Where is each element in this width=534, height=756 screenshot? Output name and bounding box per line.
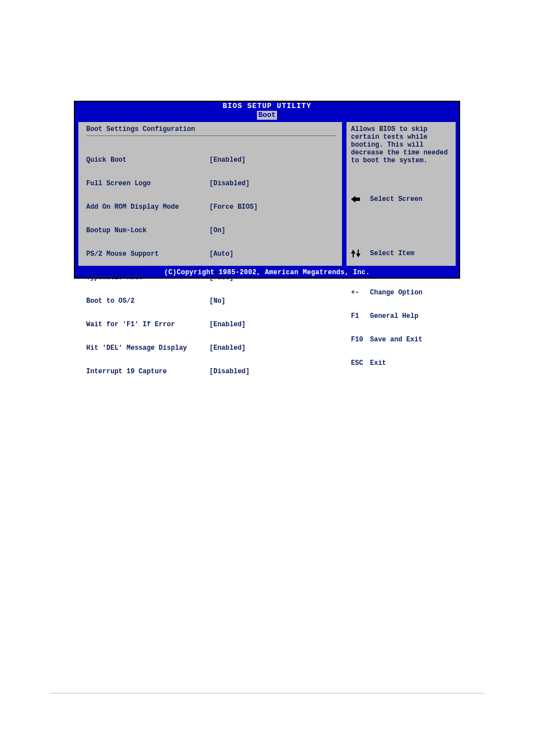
- legend-row: ESC Exit: [351, 359, 451, 367]
- setting-label: Quick Boot: [86, 156, 209, 164]
- setting-value[interactable]: [Disabled]: [209, 368, 336, 375]
- app-title: BIOS SETUP UTILITY: [75, 102, 459, 111]
- setting-label: Hit 'DEL' Message Display: [86, 344, 209, 352]
- setting-row[interactable]: Hit 'DEL' Message Display[Enabled]: [86, 344, 336, 352]
- setting-label: Wait for 'F1' If Error: [86, 321, 209, 328]
- setting-value[interactable]: [Enabled]: [209, 344, 336, 352]
- setting-value[interactable]: [Force BIOS]: [209, 203, 336, 211]
- legend-key: +-: [351, 289, 370, 297]
- divider: [86, 135, 336, 136]
- setting-label: Typematic Rate: [86, 274, 209, 281]
- bios-body: Boot Settings Configuration Quick Boot[E…: [74, 120, 460, 268]
- bios-window: BIOS SETUP UTILITY Boot Boot Settings Co…: [74, 101, 460, 279]
- setting-label: Boot to OS/2: [86, 297, 209, 305]
- setting-value[interactable]: [Auto]: [209, 250, 336, 258]
- key-legend: Select Screen Select Item: [351, 165, 451, 383]
- legend-row: +- Change Option: [351, 289, 451, 297]
- setting-label: Full Screen Logo: [86, 180, 209, 187]
- setting-row[interactable]: Full Screen Logo[Disabled]: [86, 180, 336, 187]
- legend-row: F10 Save and Exit: [351, 336, 451, 344]
- setting-value[interactable]: [Disabled]: [209, 180, 336, 187]
- setting-label: Add On ROM Display Mode: [86, 203, 209, 211]
- setting-value[interactable]: [Enabled]: [209, 321, 336, 328]
- legend-action: Change Option: [370, 289, 423, 297]
- legend-key: F1: [351, 312, 370, 320]
- setting-row[interactable]: Typematic Rate[Fast]: [86, 274, 336, 281]
- legend-action: Select Item: [370, 250, 414, 257]
- setting-row[interactable]: Boot to OS/2[No]: [86, 297, 336, 305]
- setting-row[interactable]: Quick Boot[Enabled]: [86, 156, 336, 164]
- legend-key: ESC: [351, 359, 370, 367]
- setting-value[interactable]: [Enabled]: [209, 156, 336, 164]
- arrows-updown-icon: [351, 234, 370, 273]
- legend-action: Exit: [370, 359, 386, 367]
- legend-action: Save and Exit: [370, 336, 423, 344]
- setting-label: Interrupt 19 Capture: [86, 368, 209, 375]
- setting-row[interactable]: Wait for 'F1' If Error[Enabled]: [86, 321, 336, 328]
- setting-label: PS/2 Mouse Support: [86, 250, 209, 258]
- setting-label: Bootup Num-Lock: [86, 227, 209, 234]
- settings-list: Quick Boot[Enabled] Full Screen Logo[Dis…: [86, 140, 336, 391]
- arrow-left-icon: [351, 180, 370, 218]
- setting-value[interactable]: [On]: [209, 227, 336, 234]
- svg-marker-1: [351, 250, 355, 257]
- legend-action: General Help: [370, 312, 418, 320]
- title-bar: BIOS SETUP UTILITY Boot: [74, 101, 460, 120]
- legend-row: F1 General Help: [351, 312, 451, 320]
- page-divider: [50, 693, 484, 694]
- svg-marker-0: [351, 196, 360, 203]
- setting-row[interactable]: Add On ROM Display Mode[Force BIOS]: [86, 203, 336, 211]
- legend-key: F10: [351, 336, 370, 344]
- svg-marker-2: [356, 250, 360, 257]
- setting-row[interactable]: Bootup Num-Lock[On]: [86, 227, 336, 234]
- setting-row[interactable]: Interrupt 19 Capture[Disabled]: [86, 368, 336, 375]
- legend-row: Select Item: [351, 234, 451, 273]
- settings-pane: Boot Settings Configuration Quick Boot[E…: [75, 120, 344, 268]
- setting-value[interactable]: [Fast]: [209, 274, 336, 281]
- help-text: Allows BIOS to skip certain tests while …: [351, 125, 451, 165]
- section-title: Boot Settings Configuration: [86, 125, 336, 133]
- help-pane: Allows BIOS to skip certain tests while …: [344, 120, 459, 268]
- legend-row: Select Screen: [351, 180, 451, 218]
- setting-row[interactable]: PS/2 Mouse Support[Auto]: [86, 250, 336, 258]
- legend-action: Select Screen: [370, 195, 423, 203]
- active-tab[interactable]: Boot: [257, 111, 277, 120]
- setting-value[interactable]: [No]: [209, 297, 336, 305]
